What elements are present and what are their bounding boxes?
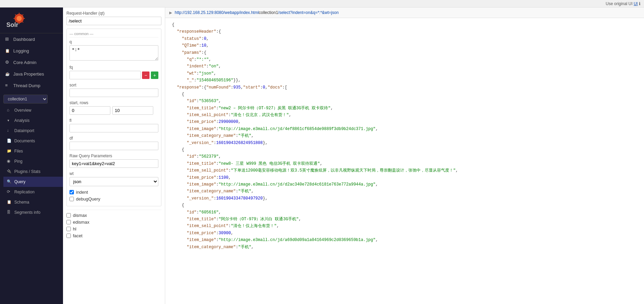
facet-checkbox[interactable]: [66, 234, 71, 238]
nav-item-thread-dump[interactable]: Thread Dump: [0, 80, 63, 91]
sub-nav-item-files[interactable]: Files: [3, 146, 63, 156]
nav-label-logging: Logging: [13, 48, 29, 53]
sub-nav-label-schema: Schema: [14, 200, 29, 205]
overview-icon: [7, 108, 12, 113]
analysis-icon: [7, 118, 12, 123]
sub-nav-label-replication: Replication: [14, 190, 34, 194]
svg-point-1: [17, 16, 22, 21]
sub-nav-label-ping: Ping: [14, 159, 22, 164]
section-divider: [66, 210, 161, 210]
rows-input[interactable]: [112, 106, 153, 115]
indent-label: indent: [76, 190, 88, 195]
fq-row: − +: [69, 71, 158, 79]
wt-label: wt: [69, 171, 158, 176]
svg-line-9: [22, 14, 23, 15]
files-icon: [7, 148, 12, 154]
sort-input[interactable]: [69, 89, 158, 97]
df-group: df: [69, 136, 158, 150]
request-handler-label: Request-Handler (qt): [66, 11, 161, 16]
fq-remove-button[interactable]: −: [142, 71, 150, 79]
raw-query-group: Raw Query Parameters: [69, 154, 158, 168]
use-original-link[interactable]: UI: [634, 1, 638, 6]
hl-checkbox[interactable]: [66, 227, 71, 231]
sub-nav-label-analysis: Analysis: [14, 118, 30, 123]
sub-nav-item-segments[interactable]: Segments info: [3, 207, 63, 218]
dashboard-icon: [5, 36, 11, 42]
sub-nav: Overview Analysis Dataimport Documents F…: [0, 105, 63, 218]
sub-nav-label-plugins: Plugins / Stats: [14, 169, 41, 174]
common-label: — common —: [69, 32, 158, 37]
dismax-row: dismax: [66, 213, 161, 218]
right-panel: ▶ http://192.168.25.129:8080/webapp/inde…: [165, 7, 644, 304]
hl-row: hl: [66, 226, 161, 231]
df-input[interactable]: [69, 142, 158, 150]
nav-item-logging[interactable]: Logging: [0, 45, 63, 57]
dismax-label: dismax: [73, 213, 87, 218]
nav-label-thread-dump: Thread Dump: [13, 83, 40, 88]
sub-nav-item-dataimport[interactable]: Dataimport: [3, 126, 63, 136]
sidebar: Solr Dashboard Logging Core Admin Java P…: [0, 7, 63, 304]
fq-input[interactable]: [69, 71, 141, 79]
debug-query-label: debugQuery: [76, 196, 100, 202]
edismax-checkbox[interactable]: [66, 220, 71, 224]
sub-nav-label-files: Files: [14, 149, 23, 154]
info-icon: ℹ: [639, 1, 641, 6]
nav-item-java-properties[interactable]: Java Properties: [0, 68, 63, 80]
start-input[interactable]: [69, 106, 110, 115]
nav-item-dashboard[interactable]: Dashboard: [0, 33, 63, 45]
sub-nav-item-query[interactable]: Query: [3, 177, 63, 187]
wt-group: wt json xml csv: [69, 171, 158, 186]
df-label: df: [69, 136, 158, 141]
start-rows-group: start, rows: [69, 100, 158, 115]
thread-icon: [5, 83, 11, 88]
q-label: q: [69, 39, 158, 44]
nav-label-core-admin: Core Admin: [13, 60, 36, 65]
sub-nav-item-ping[interactable]: Ping: [3, 156, 63, 166]
schema-icon: [7, 199, 12, 205]
nav-label-java-properties: Java Properties: [13, 71, 44, 77]
sub-nav-label-overview: Overview: [14, 108, 31, 113]
sub-nav-item-replication[interactable]: Replication: [3, 187, 63, 197]
raw-query-label: Raw Query Parameters: [69, 154, 158, 158]
svg-text:Solr: Solr: [6, 21, 18, 28]
svg-line-6: [15, 14, 16, 15]
sub-nav-item-overview[interactable]: Overview: [3, 105, 63, 115]
ping-icon: [7, 159, 12, 164]
dismax-checkbox[interactable]: [66, 213, 71, 218]
plugins-icon: [7, 169, 12, 174]
sub-nav-item-documents[interactable]: Documents: [3, 136, 63, 146]
sub-nav-label-query: Query: [14, 179, 26, 184]
sub-nav-item-plugins[interactable]: Plugins / Stats: [3, 166, 63, 177]
collection-selector: collection1: [3, 95, 60, 103]
collection-select[interactable]: collection1: [3, 95, 48, 103]
sub-nav-item-analysis[interactable]: Analysis: [3, 115, 63, 126]
nav-label-dashboard: Dashboard: [13, 37, 35, 42]
indent-checkbox[interactable]: [69, 190, 74, 194]
q-input[interactable]: *:*: [69, 45, 158, 61]
logo-area: Solr: [0, 7, 63, 33]
json-output: { "responseHeader":{ "status":0, "QTime"…: [165, 18, 644, 304]
q-group: q *:*: [69, 39, 158, 62]
wt-select[interactable]: json xml csv: [69, 177, 158, 186]
start-rows-label: start, rows: [69, 100, 158, 105]
documents-icon: [7, 138, 12, 144]
java-icon: [5, 71, 11, 77]
debug-query-checkbox[interactable]: [69, 197, 74, 201]
fl-input[interactable]: [69, 124, 158, 132]
raw-query-input[interactable]: [69, 159, 158, 168]
request-handler-input[interactable]: [66, 17, 161, 25]
url-icon: ▶: [169, 11, 172, 15]
svg-line-7: [22, 22, 23, 22]
url-text: http://192.168.25.129:8080/webapp/index.…: [175, 10, 339, 15]
sub-nav-label-segments: Segments info: [14, 210, 41, 215]
use-original-label: Use original UI: [606, 1, 633, 6]
middle-panel: Request-Handler (qt) — common — q *:* fq…: [63, 7, 165, 304]
common-section: — common — q *:* fq − + sort start, rows: [66, 29, 161, 206]
fl-label: fl: [69, 118, 158, 123]
segments-icon: [7, 210, 12, 215]
indent-row: indent: [69, 190, 158, 195]
nav-item-core-admin[interactable]: Core Admin: [0, 57, 63, 68]
sub-nav-item-schema[interactable]: Schema: [3, 197, 63, 207]
fq-add-button[interactable]: +: [151, 71, 158, 79]
facet-label: facet: [73, 233, 82, 238]
